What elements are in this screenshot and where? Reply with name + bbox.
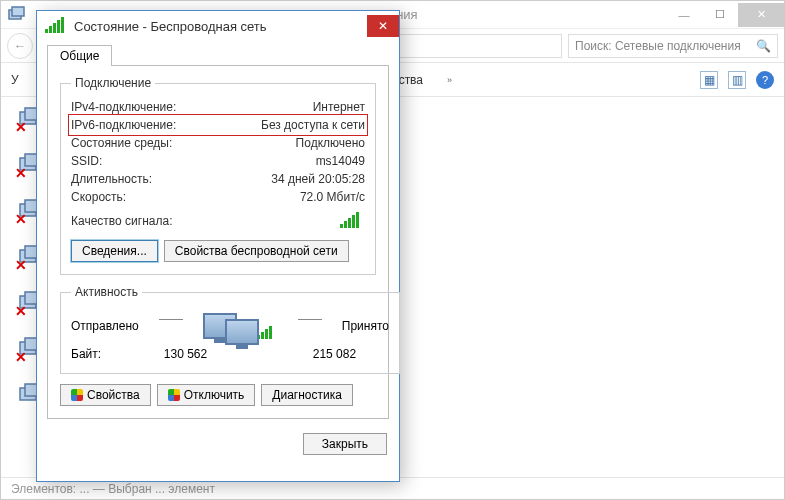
dialog-close-button[interactable]: ✕: [367, 15, 399, 37]
speed-label: Скорость:: [71, 190, 126, 204]
ipv6-highlight: IPv6-подключение: Без доступа к сети: [68, 114, 368, 136]
search-icon: 🔍: [756, 39, 771, 53]
toolbar-organize[interactable]: У: [11, 73, 19, 87]
view-icon[interactable]: ▦: [700, 71, 718, 89]
toolbar-item-label: ства: [399, 73, 423, 87]
activity-monitor-icon: [203, 313, 278, 339]
tab-general[interactable]: Общие: [47, 45, 112, 66]
disconnected-icon: ✕: [15, 257, 27, 273]
close-button[interactable]: ✕: [738, 3, 784, 27]
ipv6-label: IPv6-подключение:: [71, 118, 176, 132]
media-value: Подключено: [296, 136, 365, 150]
window-icon: [7, 5, 27, 25]
quality-signal-icon: [340, 214, 359, 228]
ssid-row: SSID: ms14049: [71, 152, 365, 170]
duration-label: Длительность:: [71, 172, 152, 186]
speed-row: Скорость: 72.0 Мбит/с: [71, 188, 365, 206]
disconnected-icon: ✕: [15, 303, 27, 319]
wireless-properties-button[interactable]: Свойства беспроводной сети: [164, 240, 349, 262]
search-placeholder: Поиск: Сетевые подключения: [575, 39, 741, 53]
received-label: Принято: [342, 319, 389, 333]
disable-button[interactable]: Отключить: [157, 384, 256, 406]
disconnected-icon: ✕: [15, 165, 27, 181]
tabstrip: Общие: [37, 41, 399, 65]
disconnected-icon: ✕: [15, 349, 27, 365]
bytes-label: Байт:: [71, 347, 131, 361]
media-row: Состояние среды: Подключено: [71, 134, 365, 152]
nav-back-button[interactable]: ←: [7, 33, 33, 59]
ipv4-value: Интернет: [313, 100, 365, 114]
activity-dash-right: [298, 319, 322, 320]
ipv6-row: IPv6-подключение: Без доступа к сети: [71, 116, 365, 134]
sent-label: Отправлено: [71, 319, 139, 333]
duration-value: 34 дней 20:05:28: [271, 172, 365, 186]
diagnose-button[interactable]: Диагностика: [261, 384, 353, 406]
search-input[interactable]: Поиск: Сетевые подключения 🔍: [568, 34, 778, 58]
bytes-recv-value: 215 082: [280, 347, 389, 361]
statusbar-text: Элементов: ... — Выбран ... элемент: [11, 482, 215, 496]
chevron-right-icon[interactable]: »: [447, 75, 452, 85]
quality-label: Качество сигнала:: [71, 214, 172, 228]
ssid-value: ms14049: [316, 154, 365, 168]
quality-row: Качество сигнала:: [71, 212, 365, 230]
dialog-titlebar: Состояние - Беспроводная сеть ✕: [37, 11, 399, 41]
close-dialog-button[interactable]: Закрыть: [303, 433, 387, 455]
dialog-title: Состояние - Беспроводная сеть: [74, 19, 267, 34]
toolbar-organize-label: У: [11, 73, 19, 87]
shield-icon: [71, 389, 83, 401]
disconnected-icon: ✕: [15, 211, 27, 227]
disable-button-label: Отключить: [184, 388, 245, 402]
dialog-footer: Закрыть: [37, 427, 399, 465]
properties-button[interactable]: Свойства: [60, 384, 151, 406]
activity-group: Активность Отправлено Принято Байт: 130 …: [60, 285, 400, 374]
tab-panel: Подключение IPv4-подключение: Интернет I…: [47, 65, 389, 419]
maximize-button[interactable]: ☐: [702, 3, 738, 27]
signal-icon: [45, 19, 64, 33]
ssid-label: SSID:: [71, 154, 102, 168]
connection-group-label: Подключение: [71, 76, 155, 90]
toolbar-item[interactable]: ства: [399, 73, 423, 87]
bytes-row: Байт: 130 562 215 082: [71, 347, 389, 361]
minimize-button[interactable]: —: [666, 3, 702, 27]
activity-dash-left: [159, 319, 183, 320]
layout-icon[interactable]: ▥: [728, 71, 746, 89]
media-label: Состояние среды:: [71, 136, 172, 150]
help-icon[interactable]: ?: [756, 71, 774, 89]
svg-rect-1: [12, 7, 24, 16]
disconnected-icon: ✕: [15, 119, 27, 135]
activity-graphic: Отправлено Принято: [71, 313, 389, 339]
shield-icon: [168, 389, 180, 401]
status-dialog: Состояние - Беспроводная сеть ✕ Общие По…: [36, 10, 400, 482]
details-button[interactable]: Сведения...: [71, 240, 158, 262]
ipv6-value: Без доступа к сети: [261, 118, 365, 132]
ipv4-label: IPv4-подключение:: [71, 100, 176, 114]
duration-row: Длительность: 34 дней 20:05:28: [71, 170, 365, 188]
properties-button-label: Свойства: [87, 388, 140, 402]
speed-value: 72.0 Мбит/с: [300, 190, 365, 204]
activity-group-label: Активность: [71, 285, 142, 299]
connection-group: Подключение IPv4-подключение: Интернет I…: [60, 76, 376, 275]
bytes-sent-value: 130 562: [131, 347, 240, 361]
